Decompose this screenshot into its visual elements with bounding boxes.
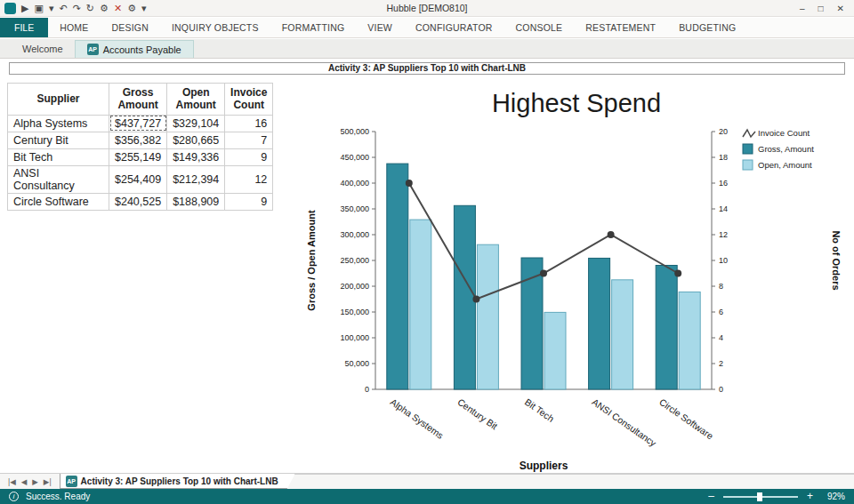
cell-supplier[interactable]: Bit Tech	[8, 148, 109, 165]
svg-text:Suppliers: Suppliers	[520, 460, 568, 472]
sheet-tab-bar: |◀ ◀ ▶ ▶| AP Activity 3: AP Suppliers To…	[0, 473, 854, 489]
cell-gross-amount[interactable]: $240,525	[109, 193, 167, 210]
svg-text:Gross / Open Amount: Gross / Open Amount	[306, 210, 317, 311]
doc-tab-accounts-payable[interactable]: AP Accounts Payable	[75, 40, 194, 58]
cell-gross-amount[interactable]: $356,382	[109, 132, 167, 148]
svg-text:Circle Software: Circle Software	[657, 396, 715, 442]
status-bar: i Success. Ready – + 92%	[0, 489, 854, 504]
svg-text:50,000: 50,000	[344, 359, 369, 368]
cell-gross-amount-selected[interactable]: $437,727	[109, 115, 167, 132]
svg-text:300,000: 300,000	[340, 230, 369, 239]
zoom-out-button[interactable]: –	[708, 489, 714, 504]
cell-invoice-count[interactable]: 12	[225, 165, 273, 193]
cell-gross-amount[interactable]: $255,149	[109, 148, 167, 165]
qat-customize-icon[interactable]: ▾	[141, 0, 147, 17]
ap-badge-icon: AP	[66, 476, 77, 487]
svg-text:No of Orders: No of Orders	[831, 230, 842, 290]
cell-invoice-count[interactable]: 7	[225, 132, 273, 148]
column-header-open-amount[interactable]: Open Amount	[167, 84, 225, 116]
ribbon-tab-restatement[interactable]: RESTATEMENT	[574, 18, 667, 37]
cell-open-amount[interactable]: $149,336	[167, 148, 225, 165]
svg-text:500,000: 500,000	[340, 127, 369, 136]
ribbon-tab-design[interactable]: DESIGN	[101, 18, 160, 37]
ribbon-tab-home[interactable]: HOME	[48, 18, 100, 37]
cell-supplier[interactable]: Alpha Systems	[8, 115, 109, 132]
activity-header: Activity 3: AP Suppliers Top 10 with Cha…	[9, 62, 845, 75]
run-icon[interactable]: ▶	[21, 0, 28, 17]
svg-text:10: 10	[719, 256, 728, 265]
ribbon-tab-budgeting[interactable]: BUDGETING	[667, 18, 747, 37]
cell-invoice-count[interactable]: 9	[225, 193, 273, 210]
cell-invoice-count[interactable]: 9	[225, 148, 273, 165]
minimize-button[interactable]: –	[800, 4, 805, 13]
highest-spend-chart: Highest Spend050,000100,000150,000200,00…	[294, 80, 849, 482]
titlebar: ▶ ▣ ▾ ↶ ↷ ↻ ⚙ ✕ ⚙ ▾ Hubble [DEMO810] – □…	[0, 0, 854, 17]
first-sheet-button[interactable]: |◀	[7, 477, 17, 486]
table-row: Bit Tech $255,149 $149,336 9	[8, 148, 273, 165]
ribbon-tab-inquiry-objects[interactable]: INQUIRY OBJECTS	[160, 18, 270, 37]
maximize-button[interactable]: □	[818, 4, 824, 13]
sheet-tab-label: Activity 3: AP Suppliers Top 10 with Cha…	[81, 476, 278, 486]
dropdown-icon[interactable]: ▾	[49, 0, 54, 17]
cell-open-amount[interactable]: $188,909	[167, 193, 225, 210]
spend-chart: Highest Spend050,000100,000150,000200,00…	[294, 80, 849, 482]
doc-tab-welcome[interactable]: Welcome	[11, 40, 75, 58]
cell-gross-amount[interactable]: $254,409	[109, 165, 167, 193]
svg-text:4: 4	[719, 333, 723, 342]
svg-text:Alpha Systems: Alpha Systems	[389, 396, 446, 441]
svg-text:100,000: 100,000	[340, 333, 369, 342]
ribbon-tab-formatting[interactable]: FORMATTING	[270, 18, 357, 37]
save-icon[interactable]: ▣	[34, 0, 43, 17]
column-header-gross-amount[interactable]: Gross Amount	[109, 84, 167, 116]
svg-text:250,000: 250,000	[340, 256, 369, 265]
ribbon-tab-bar: FILE HOME DESIGN INQUIRY OBJECTS FORMATT…	[0, 18, 854, 38]
svg-text:ANSI Consultancy: ANSI Consultancy	[590, 396, 658, 449]
cell-supplier[interactable]: ANSI Consultancy	[8, 165, 109, 193]
zoom-slider[interactable]	[723, 496, 798, 498]
app-icon[interactable]	[4, 3, 16, 14]
previous-sheet-button[interactable]: ◀	[20, 477, 28, 486]
column-header-supplier[interactable]: Supplier	[8, 84, 109, 116]
svg-text:150,000: 150,000	[340, 308, 369, 316]
ribbon-tab-configurator[interactable]: CONFIGURATOR	[404, 18, 504, 37]
sheet-tab-activity-3[interactable]: AP Activity 3: AP Suppliers Top 10 with …	[60, 474, 295, 489]
svg-text:6: 6	[719, 308, 723, 316]
svg-text:0: 0	[719, 385, 723, 394]
ribbon-tab-view[interactable]: VIEW	[356, 18, 404, 37]
last-sheet-button[interactable]: ▶|	[43, 477, 52, 486]
cell-supplier[interactable]: Circle Software	[8, 193, 109, 210]
cell-open-amount[interactable]: $329,104	[167, 115, 225, 132]
cell-invoice-count[interactable]: 16	[225, 115, 273, 132]
suppliers-table: Supplier Gross Amount Open Amount Invoic…	[7, 83, 273, 211]
status-message: Success. Ready	[26, 492, 90, 501]
redo-icon[interactable]: ↷	[73, 0, 81, 17]
settings-icon[interactable]: ⚙	[100, 0, 109, 17]
table-row: Alpha Systems $437,727 $329,104 16	[8, 115, 273, 132]
refresh-icon[interactable]: ↻	[86, 0, 94, 17]
zoom-slider-thumb[interactable]	[757, 492, 762, 501]
cell-supplier[interactable]: Century Bit	[8, 132, 109, 148]
ribbon-tab-console[interactable]: CONSOLE	[504, 18, 575, 37]
zoom-controls: – + 92%	[708, 489, 845, 504]
next-sheet-button[interactable]: ▶	[31, 477, 39, 486]
svg-text:12: 12	[719, 230, 728, 239]
cell-open-amount[interactable]: $212,394	[167, 165, 225, 193]
svg-text:Bit Tech: Bit Tech	[523, 396, 556, 424]
undo-icon[interactable]: ↶	[59, 0, 67, 17]
cell-open-amount[interactable]: $280,665	[167, 132, 225, 148]
svg-text:200,000: 200,000	[340, 282, 369, 291]
close-button[interactable]: ✕	[837, 4, 844, 13]
svg-text:Century Bit: Century Bit	[455, 396, 499, 432]
zoom-level: 92%	[822, 492, 845, 501]
ribbon-tab-file[interactable]: FILE	[0, 18, 48, 37]
column-header-invoice-count[interactable]: Invoice Count	[225, 84, 273, 116]
sheet-bar-divider	[295, 474, 854, 475]
document-tab-bar: Welcome AP Accounts Payable	[0, 39, 854, 59]
svg-text:Invoice Count: Invoice Count	[758, 128, 810, 138]
settings2-icon[interactable]: ⚙	[127, 0, 136, 17]
stop-icon[interactable]: ✕	[114, 0, 122, 17]
svg-text:2: 2	[719, 359, 723, 368]
info-icon[interactable]: i	[9, 492, 19, 501]
svg-text:20: 20	[719, 127, 728, 136]
zoom-in-button[interactable]: +	[807, 489, 813, 504]
